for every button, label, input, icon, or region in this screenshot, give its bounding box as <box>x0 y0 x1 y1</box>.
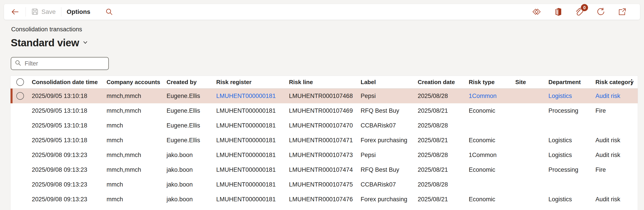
consolidation-transactions-grid: Consolidation date timeCompany accountsC… <box>10 76 638 210</box>
cell-company-accounts: mmch <box>106 181 166 188</box>
save-button-label: Save <box>42 8 56 15</box>
cell-company-accounts: mmch,mmch <box>106 107 166 114</box>
cell-created-by: Eugene.Ellis <box>166 122 216 129</box>
column-header-site[interactable]: Site <box>515 79 548 86</box>
cell-risk-register: LMUHENT000000181 <box>216 122 289 129</box>
cell-risk-category: Audit risk <box>596 137 628 144</box>
table-row[interactable]: 2025/09/08 09:13:23mmch,mmchjako.boonLMU… <box>10 162 638 177</box>
cell-risk-line: LMUHENTR000107469 <box>289 107 360 114</box>
view-title: Standard view <box>11 37 79 49</box>
cell-company-accounts: mmch <box>106 137 166 144</box>
grid-body: 2025/09/05 13:10:18mmch,mmchEugene.Ellis… <box>10 89 638 207</box>
cell-label: Forex purchasing <box>360 137 418 144</box>
grid-header-row: Consolidation date timeCompany accountsC… <box>10 76 638 89</box>
column-header-department[interactable]: Department <box>548 79 596 86</box>
refresh-button[interactable] <box>595 6 606 17</box>
table-row[interactable]: 2025/09/05 13:10:18mmchEugene.EllisLMUHE… <box>10 133 638 148</box>
cell-consolidation-date-time: 2025/09/05 13:10:18 <box>32 93 106 100</box>
cell-consolidation-date-time: 2025/09/08 09:13:23 <box>32 166 106 173</box>
page-caption: Consolidation transactions <box>11 26 82 33</box>
column-header-risk-category[interactable]: Risk category <box>596 79 628 86</box>
office-icon <box>554 7 562 16</box>
cell-risk-line: LMUHENTR000107475 <box>289 181 360 188</box>
open-in-new-window-button[interactable] <box>617 6 628 17</box>
cell-risk-register: LMUHENT000000181 <box>216 196 289 203</box>
cell-risk-register: LMUHENT000000181 <box>216 166 289 173</box>
attachments-button[interactable]: 0 <box>574 6 584 17</box>
back-arrow-icon <box>11 7 19 16</box>
attachments-count-badge: 0 <box>581 4 588 11</box>
cell-creation-date: 2025/08/21 <box>418 166 469 173</box>
table-row[interactable]: 2025/09/05 13:10:18mmch,mmchEugene.Ellis… <box>10 89 638 103</box>
cell-created-by: Eugene.Ellis <box>166 107 216 114</box>
cell-risk-line: LMUHENTR000107476 <box>289 196 360 203</box>
cell-risk-type: Economic <box>469 107 515 114</box>
options-button[interactable]: Options <box>67 8 90 15</box>
column-header-company-accounts[interactable]: Company accounts <box>106 79 166 86</box>
table-row[interactable]: 2025/09/08 09:13:23mmchjako.boonLMUHENT0… <box>10 177 638 192</box>
cell-creation-date: 2025/08/21 <box>418 107 469 114</box>
table-row[interactable]: 2025/09/05 13:10:18mmchEugene.EllisLMUHE… <box>10 118 638 133</box>
cell-risk-category: Fire <box>596 166 628 173</box>
chevron-down-icon <box>82 39 88 46</box>
cell-risk-line: LMUHENTR000107474 <box>289 166 360 173</box>
cell-risk-category: Fire <box>596 107 628 114</box>
cell-creation-date: 2025/08/28 <box>418 181 469 188</box>
view-selector[interactable]: Standard view <box>11 37 88 49</box>
cell-company-accounts: mmch,mmch <box>106 152 166 159</box>
office-apps-button[interactable] <box>553 7 563 17</box>
cell-label: RFQ Best Buy <box>360 107 418 114</box>
cell-risk-line: LMUHENTR000107470 <box>289 122 360 129</box>
filter-input[interactable] <box>24 60 105 67</box>
table-row[interactable]: 2025/09/05 13:10:18mmch,mmchEugene.Ellis… <box>10 103 638 118</box>
table-row[interactable]: 2025/09/08 09:13:23mmchjako.boonLMUHENT0… <box>10 192 638 207</box>
cell-label: CCBARisk07 <box>360 181 418 188</box>
column-header-risk-register[interactable]: Risk register <box>216 79 289 86</box>
cell-department: Processing <box>548 166 596 173</box>
column-header-risk-line[interactable]: Risk line <box>289 79 360 86</box>
column-header-risk-type[interactable]: Risk type <box>469 79 515 86</box>
cell-risk-type: 1Common <box>469 152 515 159</box>
grid-column-options-button[interactable]: ⋮ <box>628 79 638 85</box>
cell-risk-line: LMUHENTR000107468 <box>289 93 360 100</box>
cell-risk-register: LMUHENT000000181 <box>216 181 289 188</box>
cell-created-by: Eugene.Ellis <box>166 93 216 100</box>
cell-consolidation-date-time: 2025/09/08 09:13:23 <box>32 196 106 203</box>
power-apps-button[interactable] <box>531 6 542 17</box>
column-header-consolidation-date-time[interactable]: Consolidation date time <box>32 79 106 86</box>
toolbar-divider <box>61 7 61 16</box>
cell-consolidation-date-time: 2025/09/05 13:10:18 <box>32 122 106 129</box>
column-header-created-by[interactable]: Created by <box>166 79 216 86</box>
cell-risk-type[interactable]: 1Common <box>469 93 515 100</box>
cell-risk-category: Audit risk <box>596 152 628 159</box>
cell-creation-date: 2025/08/28 <box>418 122 469 129</box>
search-icon <box>105 8 113 16</box>
toolbar-search-button[interactable] <box>104 7 114 17</box>
column-header-label[interactable]: Label <box>360 79 418 86</box>
cell-department[interactable]: Logistics <box>548 93 596 100</box>
cell-label: Forex purchasing <box>360 196 418 203</box>
cell-company-accounts: mmch,mmch <box>106 166 166 173</box>
cell-company-accounts: mmch <box>106 122 166 129</box>
save-button[interactable]: Save <box>31 8 56 16</box>
cell-risk-register: LMUHENT000000181 <box>216 152 289 159</box>
row-select-radio[interactable] <box>16 92 24 100</box>
cell-risk-line: LMUHENTR000107471 <box>289 137 360 144</box>
cell-department: Processing <box>548 107 596 114</box>
back-button[interactable] <box>10 7 20 17</box>
cell-creation-date: 2025/08/28 <box>418 93 469 100</box>
cell-consolidation-date-time: 2025/09/05 13:10:18 <box>32 137 106 144</box>
cell-risk-category[interactable]: Audit risk <box>596 93 628 100</box>
filter-search-icon <box>15 60 22 67</box>
cell-risk-type: Economic <box>469 166 515 173</box>
refresh-icon <box>596 7 605 16</box>
table-row[interactable]: 2025/09/08 09:13:23mmch,mmchjako.boonLMU… <box>10 148 638 162</box>
cell-department: Logistics <box>548 196 596 203</box>
cell-label: Pepsi <box>360 93 418 100</box>
cell-created-by: jako.boon <box>166 166 216 173</box>
cell-risk-register[interactable]: LMUHENT000000181 <box>216 93 289 100</box>
cell-created-by: jako.boon <box>166 181 216 188</box>
column-header-creation-date[interactable]: Creation date <box>418 79 469 86</box>
select-all-checkbox[interactable] <box>16 78 24 86</box>
power-apps-icon <box>532 7 541 16</box>
